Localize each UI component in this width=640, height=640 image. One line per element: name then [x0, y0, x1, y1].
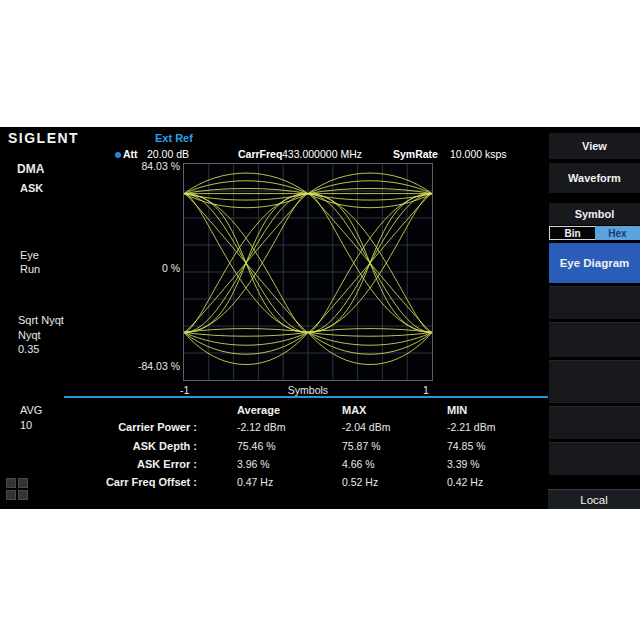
cell-ask-depth-min: 74.85 % [447, 440, 486, 452]
symbol-format-bin-option[interactable]: Bin [549, 226, 595, 240]
grid-square [18, 490, 28, 500]
apps-grid-icon[interactable] [6, 478, 28, 500]
menu-view-button[interactable]: View [549, 133, 640, 159]
att-value[interactable]: 20.00 dB [147, 148, 189, 160]
grid-square [18, 478, 28, 488]
row-label-carr-freq-offset: Carr Freq Offset : [40, 476, 197, 488]
cell-ask-error-max: 4.66 % [342, 458, 375, 470]
att-auto-icon [115, 152, 121, 158]
y-tick-mid: 0 % [100, 262, 180, 274]
menu-eye-diagram-button[interactable]: Eye Diagram [549, 243, 640, 283]
carrfreq-value[interactable]: 433.000000 MHz [282, 148, 362, 160]
menu-empty-slot[interactable] [549, 442, 640, 475]
cell-ask-depth-max: 75.87 % [342, 440, 381, 452]
menu-empty-slot[interactable] [549, 322, 640, 357]
symbol-format-hex-option[interactable]: Hex [595, 226, 640, 240]
row-label-ask-error: ASK Error : [40, 458, 197, 470]
row-label-carrier-power: Carrier Power : [40, 421, 197, 433]
cell-ask-error-avg: 3.96 % [237, 458, 270, 470]
menu-empty-slot[interactable] [549, 360, 640, 403]
symrate-value[interactable]: 10.000 ksps [450, 148, 507, 160]
table-header-max: MAX [342, 404, 366, 416]
table-header-average: Average [237, 404, 280, 416]
menu-waveform-button[interactable]: Waveform [549, 163, 640, 193]
cell-carrier-power-avg: -2.12 dBm [237, 421, 285, 433]
menu-empty-slot[interactable] [549, 406, 640, 439]
instrument-screen: SIGLENT Ext Ref Att 20.00 dB CarrFreq 43… [0, 127, 640, 509]
sidebar-filter-value: 0.35 [18, 343, 39, 355]
cell-ask-depth-avg: 75.46 % [237, 440, 276, 452]
x-tick-left: -1 [180, 384, 189, 396]
cell-ask-error-min: 3.39 % [447, 458, 480, 470]
ext-ref-status: Ext Ref [155, 132, 193, 144]
y-tick-top: 84.03 % [100, 160, 180, 172]
table-header-min: MIN [447, 404, 467, 416]
sidebar-filter-line2: Nyqt [18, 329, 41, 341]
x-axis-label: Symbols [280, 384, 336, 396]
row-label-ask-depth: ASK Depth : [40, 440, 197, 452]
separator-line [64, 396, 548, 398]
local-button[interactable]: Local [548, 489, 640, 509]
grid-square [6, 478, 16, 488]
eye-diagram-traces [184, 164, 432, 380]
symbol-format-toggle: Bin Hex [549, 226, 640, 240]
menu-symbol-button[interactable]: Symbol [549, 203, 640, 225]
y-tick-bottom: -84.03 % [100, 360, 180, 372]
brand-logo: SIGLENT [8, 130, 79, 146]
sidebar-run-state: Run [20, 263, 40, 275]
cell-carr-freq-offset-max: 0.52 Hz [342, 476, 378, 488]
sidebar-view-label: Eye [20, 249, 39, 261]
carrfreq-label[interactable]: CarrFreq [238, 148, 282, 160]
cell-carrier-power-max: -2.04 dBm [342, 421, 390, 433]
cell-carrier-power-min: -2.21 dBm [447, 421, 495, 433]
symrate-label[interactable]: SymRate [393, 148, 438, 160]
sidebar-avg-value: 10 [20, 419, 32, 431]
sidebar-modulation: ASK [20, 182, 43, 194]
x-tick-right: 1 [423, 384, 429, 396]
menu-empty-slot[interactable] [549, 286, 640, 319]
sidebar-avg-label: AVG [20, 404, 42, 416]
cell-carr-freq-offset-min: 0.42 Hz [447, 476, 483, 488]
grid-square [6, 490, 16, 500]
sidebar-filter-line1: Sqrt Nyqt [18, 314, 64, 326]
eye-diagram-chart [183, 163, 433, 381]
sidebar-mode: DMA [17, 162, 44, 176]
att-label[interactable]: Att [123, 148, 138, 160]
cell-carr-freq-offset-avg: 0.47 Hz [237, 476, 273, 488]
